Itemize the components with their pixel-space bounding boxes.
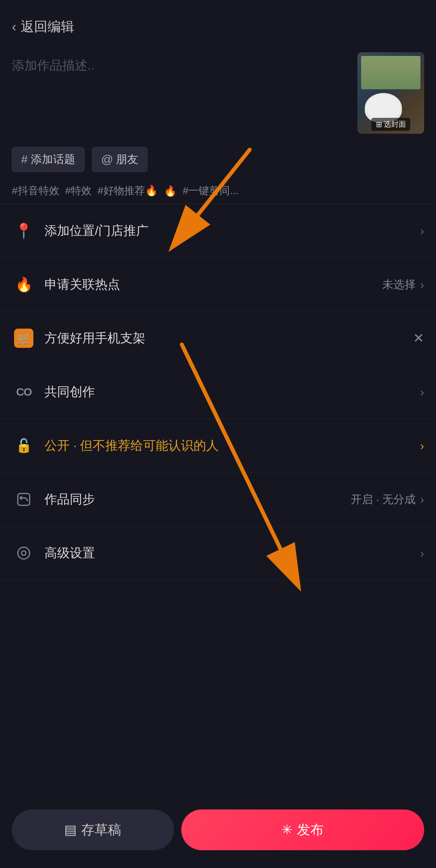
hashtag-scroll: #抖音特效 #特效 #好物推荐🔥 🔥 #一键剪同... xyxy=(0,178,436,204)
header: ‹ 返回编辑 xyxy=(0,0,436,45)
advanced-menu-item[interactable]: 高级设置 › xyxy=(0,526,436,580)
description-input[interactable]: 添加作品描述.. xyxy=(12,52,350,75)
add-topic-button[interactable]: # 添加话题 xyxy=(12,147,85,172)
tag-buttons-row: # 添加话题 @ 朋友 xyxy=(0,141,436,178)
hashtag-3[interactable]: #好物推荐🔥 xyxy=(98,184,158,198)
location-menu-item[interactable]: 📍 添加位置/门店推广 › xyxy=(0,204,436,258)
hashtag-1[interactable]: #抖音特效 xyxy=(12,184,59,198)
privacy-arrow: › xyxy=(420,439,424,453)
sync-icon xyxy=(12,488,36,511)
sync-menu-item[interactable]: 作品同步 开启 · 无分成 › xyxy=(0,473,436,526)
draft-label: 存草稿 xyxy=(81,821,121,839)
shop-close-button[interactable]: ✕ xyxy=(413,330,424,346)
hashtag-2[interactable]: #特效 xyxy=(65,184,92,198)
hash-symbol: # xyxy=(21,153,28,166)
mention-friend-button[interactable]: @ 朋友 xyxy=(92,147,148,172)
settings-icon xyxy=(12,541,36,565)
collab-label: 共同创作 xyxy=(44,383,420,400)
sync-arrow: › xyxy=(420,493,424,506)
shop-cart-icon: 🛒 xyxy=(14,329,33,348)
collab-icon: CO xyxy=(12,380,36,404)
privacy-label: 公开 · 但不推荐给可能认识的人 xyxy=(44,437,420,454)
publish-icon: ✳ xyxy=(281,822,293,838)
shop-icon: 🛒 xyxy=(12,326,36,350)
sync-value: 开启 · 无分成 xyxy=(351,492,416,507)
collab-arrow: › xyxy=(420,385,424,399)
back-label: 返回编辑 xyxy=(21,18,74,36)
location-icon: 📍 xyxy=(12,219,36,243)
thumbnail-container: ⊞ 选封面 xyxy=(357,52,424,134)
select-cover-label: 选封面 xyxy=(384,119,406,129)
select-cover-icon: ⊞ xyxy=(376,120,382,129)
privacy-icon: 🔓 xyxy=(12,434,36,458)
shop-label: 方便好用手机支架 xyxy=(44,330,413,347)
draft-icon: ▤ xyxy=(64,822,77,838)
at-symbol: @ xyxy=(101,153,113,166)
hashtag-fire: 🔥 xyxy=(164,184,177,198)
location-arrow: › xyxy=(420,224,424,238)
hotspot-arrow: › xyxy=(420,278,424,292)
back-button[interactable]: ‹ xyxy=(12,19,16,35)
sync-label: 作品同步 xyxy=(44,491,351,508)
hashtag-4[interactable]: #一键剪同... xyxy=(183,184,239,198)
publish-label: 发布 xyxy=(297,821,324,839)
co-text: CO xyxy=(16,386,32,398)
collab-menu-item[interactable]: CO 共同创作 › xyxy=(0,365,436,419)
svg-point-2 xyxy=(22,551,26,555)
svg-point-1 xyxy=(18,547,30,559)
mention-label: 朋友 xyxy=(116,152,138,167)
location-label: 添加位置/门店推广 xyxy=(44,222,420,239)
add-topic-label: 添加话题 xyxy=(31,152,75,167)
advanced-label: 高级设置 xyxy=(44,545,420,562)
save-draft-button[interactable]: ▤ 存草稿 xyxy=(12,809,174,850)
privacy-menu-item[interactable]: 🔓 公开 · 但不推荐给可能认识的人 › xyxy=(0,419,436,473)
select-cover-button[interactable]: ⊞ 选封面 xyxy=(371,118,410,131)
hotspot-icon: 🔥 xyxy=(12,273,36,296)
advanced-arrow: › xyxy=(420,546,424,560)
hotspot-label: 申请关联热点 xyxy=(44,276,382,293)
hotspot-menu-item[interactable]: 🔥 申请关联热点 未选择 › xyxy=(0,258,436,312)
description-area: 添加作品描述.. ⊞ 选封面 xyxy=(0,45,436,141)
shop-menu-item[interactable]: 🛒 方便好用手机支架 ✕ xyxy=(0,312,436,365)
hotspot-value: 未选择 xyxy=(382,277,416,292)
bottom-action-bar: ▤ 存草稿 ✳ 发布 xyxy=(0,801,436,868)
publish-button[interactable]: ✳ 发布 xyxy=(181,809,424,850)
svg-rect-0 xyxy=(18,493,30,505)
